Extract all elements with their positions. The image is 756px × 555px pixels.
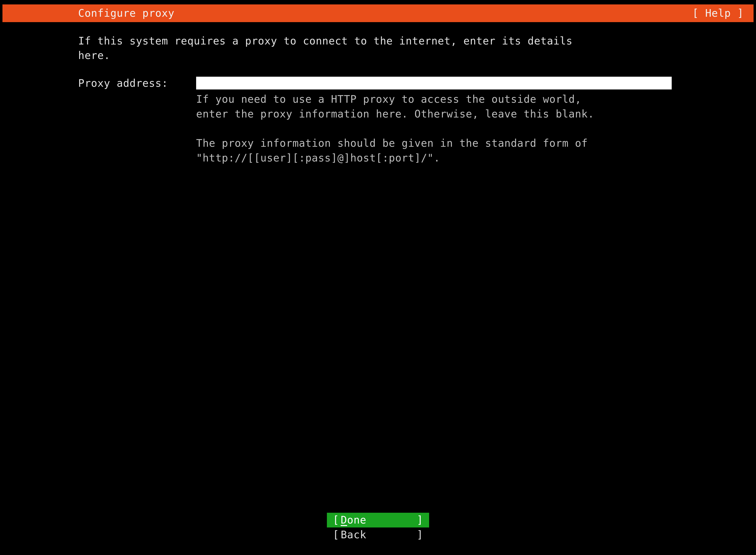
bracket-right-icon: ]	[417, 528, 423, 542]
proxy-form-row: Proxy address: If you need to use a HTTP…	[78, 76, 739, 165]
proxy-address-label: Proxy address:	[78, 76, 196, 91]
header-bar: Configure proxy [ Help ]	[2, 4, 754, 22]
bracket-left-icon: [	[333, 513, 339, 527]
back-button[interactable]: [ Back ]	[327, 527, 429, 542]
bracket-left-icon: [	[333, 528, 339, 542]
page-title: Configure proxy	[78, 6, 175, 20]
proxy-field-container: If you need to use a HTTP proxy to acces…	[196, 76, 672, 165]
proxy-address-input[interactable]	[196, 77, 672, 89]
footer-buttons: [ Done ] [ Back ]	[327, 513, 429, 542]
back-button-label: Back	[339, 528, 417, 542]
proxy-help-text: If you need to use a HTTP proxy to acces…	[196, 92, 672, 165]
content-area: If this system requires a proxy to conne…	[2, 22, 754, 551]
installer-screen: Configure proxy [ Help ] If this system …	[0, 0, 756, 555]
help-button[interactable]: [ Help ]	[692, 6, 744, 20]
bracket-right-icon: ]	[417, 513, 423, 527]
done-button[interactable]: [ Done ]	[327, 513, 429, 527]
intro-text: If this system requires a proxy to conne…	[78, 34, 668, 63]
done-button-label: Done	[339, 513, 417, 527]
